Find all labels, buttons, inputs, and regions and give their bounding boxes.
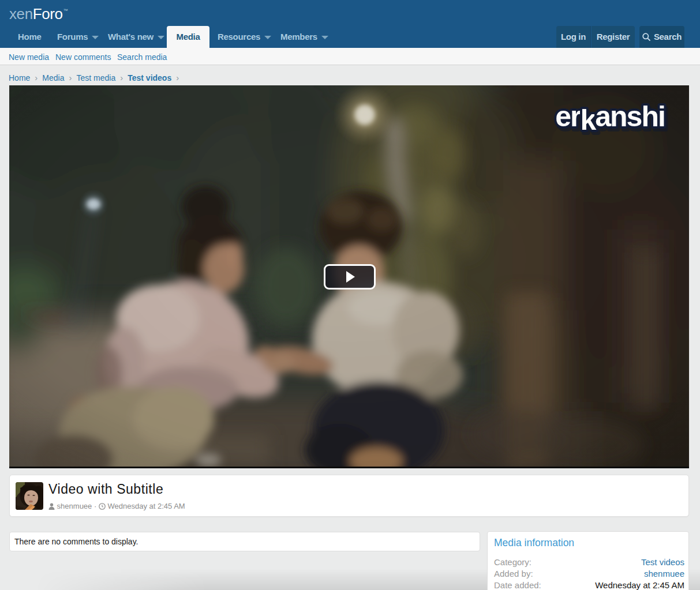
svg-text:erkanshi: erkanshi bbox=[555, 100, 665, 136]
